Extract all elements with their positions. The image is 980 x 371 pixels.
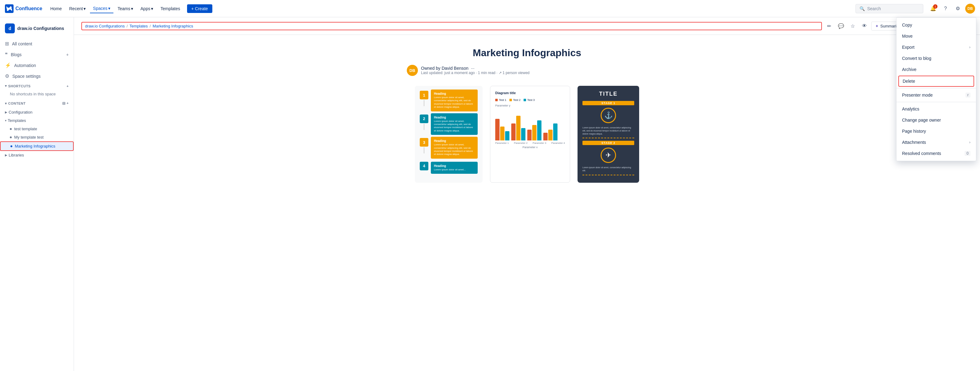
watch-button[interactable]: 👁: [859, 21, 869, 31]
notification-badge: 1: [933, 4, 937, 9]
dropdown-copy[interactable]: Copy: [896, 19, 976, 30]
page-owner: Owned by David Benson: [421, 66, 468, 71]
breadcrumb-space[interactable]: draw.io Configurations: [85, 24, 125, 29]
owner-options-button[interactable]: ···: [471, 66, 474, 71]
x-axis-label: Parameter x: [495, 146, 565, 149]
dark-infographic-title: TITLE: [582, 91, 634, 97]
dropdown-change-page-owner[interactable]: Change page owner: [896, 115, 976, 126]
main-layout: d draw.io Configurations ⊞ All content ❝…: [0, 17, 980, 371]
nav-icon-group: 🔔 1 ? ⚙ DB: [928, 4, 975, 14]
dropdown-delete[interactable]: Delete: [898, 76, 974, 87]
sidebar-item-test-template[interactable]: test template: [0, 125, 74, 133]
shortcuts-section[interactable]: ▾ SHORTCUTS +: [0, 82, 74, 90]
dropdown-page-history[interactable]: Page history: [896, 126, 976, 137]
bullet-icon: [10, 128, 12, 130]
chart-bars: [495, 110, 565, 141]
breadcrumb: draw.io Configurations / Templates / Mar…: [81, 22, 822, 30]
sidebar-item-libraries[interactable]: ▶ Libraries: [0, 151, 74, 159]
bullet-icon: [10, 136, 12, 138]
help-button[interactable]: ?: [940, 4, 950, 14]
page-header-bar: draw.io Configurations / Templates / Mar…: [74, 17, 980, 35]
app-logo[interactable]: Confluence: [5, 4, 42, 13]
sidebar-item-all-content[interactable]: ⊞ All content: [0, 38, 74, 49]
page-title: Marketing Infographics: [407, 47, 647, 59]
dropdown-presenter-mode[interactable]: Presenter mode r: [896, 90, 976, 101]
plane-icon: ✈: [601, 147, 616, 163]
bullet-icon: [11, 146, 12, 147]
dropdown-move[interactable]: Move: [896, 30, 976, 42]
search-bar[interactable]: 🔍 Search: [856, 4, 923, 13]
grid-icon: ⊞: [5, 41, 9, 46]
chevron-right-icon: ▶: [5, 154, 7, 157]
top-navigation: Confluence Home Recent ▾ Spaces ▾ Teams …: [0, 0, 980, 17]
search-placeholder: Search: [867, 6, 881, 11]
dropdown-export[interactable]: Export ›: [896, 42, 976, 53]
sidebar: d draw.io Configurations ⊞ All content ❝…: [0, 17, 74, 371]
chevron-down-icon: ▾: [5, 119, 6, 122]
sidebar-item-automation[interactable]: ⚡ Automation: [0, 60, 74, 71]
nav-items: Home Recent ▾ Spaces ▾ Teams ▾ Apps ▾ Te…: [47, 4, 183, 13]
dropdown-resolved-comments[interactable]: Resolved comments 0: [896, 148, 976, 159]
page-meta: DB Owned by David Benson ··· Last update…: [407, 65, 647, 76]
y-axis-label: Parameter y: [495, 104, 565, 107]
notifications-button[interactable]: 🔔 1: [928, 4, 938, 14]
dropdown-archive[interactable]: Archive: [896, 64, 976, 75]
nav-home[interactable]: Home: [47, 4, 65, 13]
settings-button[interactable]: ⚙: [953, 4, 963, 14]
page-meta-updated: Last updated: just a moment ago · 1 min …: [421, 71, 530, 75]
step-3: 3 Heading Lorem ipsum dolor sit amet, co…: [420, 138, 478, 159]
nav-templates[interactable]: Templates: [158, 4, 183, 13]
dropdown-convert-to-blog[interactable]: Convert to blog: [896, 53, 976, 64]
nav-teams[interactable]: Teams ▾: [115, 4, 136, 13]
chevron-down-icon: ▾: [5, 84, 7, 88]
infographic-preview: 1 Heading Lorem ipsum dolor sit amet, co…: [407, 86, 647, 183]
nav-recent[interactable]: Recent ▾: [66, 4, 88, 13]
step-4: 4 Heading Lorem ipsum dolor sit amet...: [420, 162, 478, 174]
blogs-add-icon[interactable]: +: [66, 52, 69, 57]
dark-infographic: TITLE STAGE 1 ⚓ Lorem ipsum dolor sit am…: [578, 86, 639, 183]
chevron-down-icon: ▾: [5, 102, 7, 106]
anchor-icon: ⚓: [601, 108, 616, 123]
page-content: Marketing Infographics DB Owned by David…: [388, 35, 666, 195]
filter-icon[interactable]: ⊟: [62, 101, 66, 106]
dropdown-analytics[interactable]: Analytics: [896, 103, 976, 115]
sidebar-item-blogs[interactable]: ❝ Blogs +: [0, 49, 74, 60]
stage2-badge: STAGE 2: [582, 141, 634, 145]
sidebar-item-marketing-infographics[interactable]: Marketing Infographics: [0, 141, 74, 151]
edit-button[interactable]: ✏: [824, 21, 834, 31]
content-add-icon[interactable]: +: [67, 101, 69, 106]
content-section[interactable]: ▾ CONTENT ⊟ +: [0, 99, 74, 108]
breadcrumb-templates[interactable]: Templates: [129, 24, 148, 29]
comment-button[interactable]: 💬: [836, 21, 846, 31]
more-actions-dropdown: Copy Move Export › Convert to blog Archi…: [896, 17, 976, 161]
nav-apps[interactable]: Apps ▾: [137, 4, 156, 13]
author-avatar: DB: [407, 65, 418, 76]
bar-chart: Diagram title Test 1 Test 2 Test 3: [490, 86, 570, 183]
chevron-right-icon: ▶: [5, 110, 7, 114]
automation-icon: ⚡: [5, 62, 11, 68]
space-name: draw.io Configurations: [17, 26, 64, 31]
nav-spaces[interactable]: Spaces ▾: [90, 4, 113, 13]
sidebar-item-configuration[interactable]: ▶ Configuration: [0, 108, 74, 116]
steps-infographic: 1 Heading Lorem ipsum dolor sit amet, co…: [415, 86, 483, 183]
step-2: 2 Heading Lorem ipsum dolor sit amet, co…: [420, 115, 478, 135]
user-avatar[interactable]: DB: [965, 4, 975, 14]
sidebar-item-my-template-test[interactable]: My template test: [0, 133, 74, 141]
breadcrumb-current[interactable]: Marketing Infographics: [153, 24, 193, 29]
shortcuts-empty: No shortcuts in this space: [0, 90, 74, 99]
settings-icon: ⚙: [5, 73, 9, 79]
space-header: d draw.io Configurations: [0, 21, 74, 36]
blogs-icon: ❝: [5, 51, 8, 58]
space-icon: d: [5, 24, 15, 34]
chart-title: Diagram title: [495, 91, 565, 95]
search-icon: 🔍: [859, 6, 865, 11]
create-button[interactable]: + Create: [187, 4, 212, 13]
step-1: 1 Heading Lorem ipsum dolor sit amet, co…: [420, 91, 478, 112]
star-button[interactable]: ☆: [848, 21, 858, 31]
app-name: Confluence: [16, 6, 42, 11]
shortcuts-add-icon[interactable]: +: [67, 84, 69, 88]
dropdown-attachments[interactable]: Attachments ›: [896, 137, 976, 148]
sidebar-item-templates[interactable]: ▾ Templates: [0, 116, 74, 125]
content-area: draw.io Configurations / Templates / Mar…: [74, 17, 980, 371]
sidebar-item-space-settings[interactable]: ⚙ Space settings: [0, 71, 74, 82]
